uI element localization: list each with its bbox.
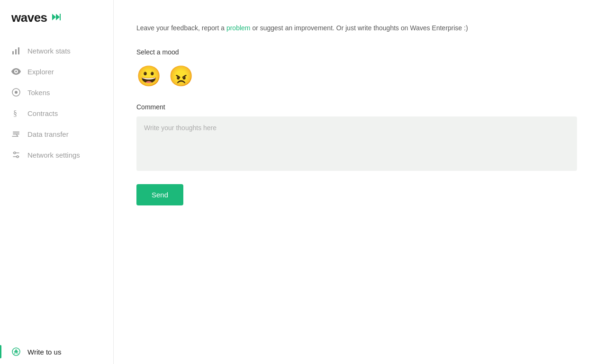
logo-icon [52,13,61,23]
bottom-nav: Write to us [0,339,113,364]
mood-section: Select a mood 😀 😠 [136,48,581,88]
sidebar: waves Network stats [0,0,114,364]
comment-label: Comment [136,103,581,111]
sidebar-item-explorer[interactable]: Explorer [0,61,113,82]
section-icon: § [11,108,21,118]
settings-icon [11,150,21,160]
svg-point-7 [15,91,18,94]
problem-link[interactable]: problem [226,24,251,32]
sidebar-item-network-settings[interactable]: Network settings [0,144,113,165]
send-button[interactable]: Send [136,184,183,205]
mood-label: Select a mood [136,48,581,56]
comment-input[interactable] [136,116,577,171]
sidebar-item-data-transfer-label: Data transfer [27,130,69,138]
svg-rect-2 [60,14,61,20]
main-content: Leave your feedback, report a problem or… [114,0,604,364]
svg-rect-3 [12,51,14,54]
svg-rect-4 [15,49,17,54]
svg-rect-5 [18,47,19,54]
svg-marker-0 [52,14,56,20]
svg-rect-10 [13,133,19,134]
write-to-us-label: Write to us [27,348,61,356]
sidebar-item-tokens-label: Tokens [27,89,50,97]
svg-rect-9 [13,132,19,133]
write-to-us-button[interactable]: Write to us [0,339,113,364]
logo-area: waves [0,0,113,40]
write-icon [11,347,21,356]
sidebar-item-tokens[interactable]: Tokens [0,82,113,103]
sidebar-item-contracts-label: Contracts [27,109,58,117]
mood-happy[interactable]: 😀 [136,63,161,88]
eye-icon [11,67,21,76]
sidebar-item-contracts[interactable]: § Contracts [0,103,113,124]
bar-chart-icon [11,46,21,55]
sidebar-item-explorer-label: Explorer [27,68,54,76]
mood-row: 😀 😠 [136,63,581,88]
svg-marker-1 [56,14,60,20]
nav-items: Network stats Explorer Tokens § [0,40,113,339]
sidebar-item-data-transfer[interactable]: Data transfer [0,124,113,144]
svg-text:§: § [13,109,17,117]
svg-point-12 [14,152,16,154]
sidebar-item-network-stats-label: Network stats [27,47,71,55]
sidebar-item-network-settings-label: Network settings [27,151,80,159]
arrow-icon [11,129,21,139]
mood-angry[interactable]: 😠 [169,63,193,88]
logo-text: waves [11,10,47,25]
circle-dot-icon [11,88,21,97]
sidebar-item-network-stats[interactable]: Network stats [0,40,113,61]
description-text: Leave your feedback, report a problem or… [136,23,468,33]
svg-point-14 [17,156,18,158]
comment-section: Comment [136,103,581,173]
